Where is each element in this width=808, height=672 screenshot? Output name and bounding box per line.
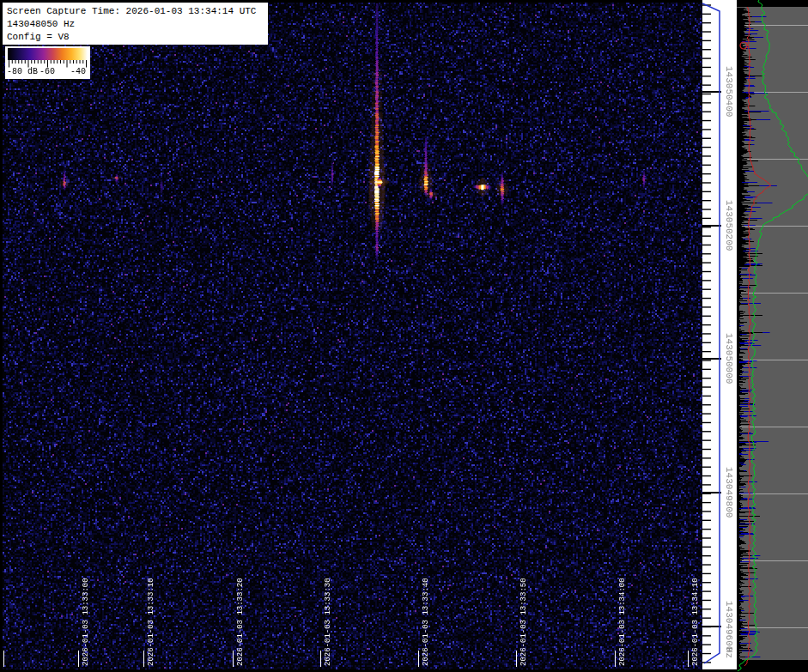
frequency-axis: 1430504001430502001430500001430498001430…: [702, 0, 737, 669]
center-frequency-text: 143048050 Hz: [7, 18, 268, 31]
freq-tick-label: 143049600: [724, 601, 734, 651]
spectrum-panel-canvas: [737, 0, 808, 672]
colorbar-gradient: [8, 48, 88, 60]
freq-tick-label: 143050000: [724, 333, 734, 384]
waterfall-spectrogram-canvas: [3, 3, 702, 669]
colorbar-legend: -80 dB -60 -40: [5, 46, 90, 79]
freq-axis-unit: Hz: [724, 647, 734, 658]
colorbar-label-max: -40: [70, 67, 86, 76]
colorbar-label-min: -80 dB: [7, 67, 38, 76]
freq-tick-label: 143049800: [724, 467, 734, 518]
freq-tick-label: 143050400: [724, 66, 734, 117]
spectrogram-screen: 2026-01-03 13:33:002026-01-03 13:33:1020…: [0, 0, 808, 672]
config-text: Config = V8: [7, 31, 268, 44]
colorbar-label-mid: -60: [39, 67, 55, 76]
capture-time-text: Screen Capture Time: 2026-01-03 13:34:14…: [7, 5, 268, 18]
capture-info-box: Screen Capture Time: 2026-01-03 13:34:14…: [3, 3, 268, 45]
freq-tick-label: 143050200: [724, 200, 734, 251]
